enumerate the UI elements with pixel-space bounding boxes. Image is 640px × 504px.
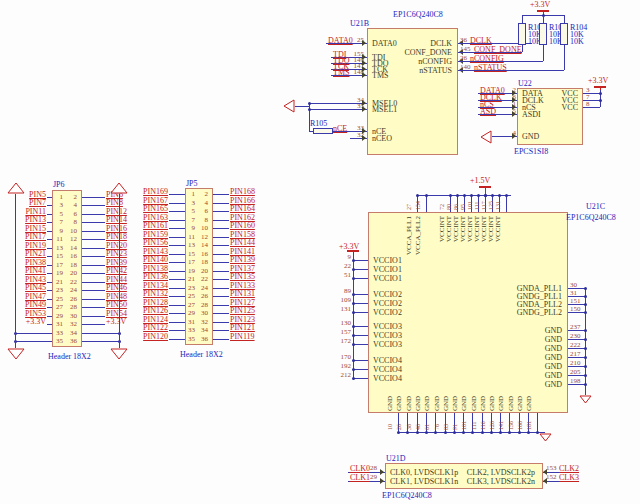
- wire: [426, 195, 427, 212]
- pin-number: 230: [570, 332, 581, 340]
- wire: [82, 307, 105, 308]
- pin-number: 32: [199, 318, 208, 326]
- net-label[interactable]: PIN139: [230, 255, 255, 264]
- pin-number: 29: [186, 309, 195, 317]
- wire: [47, 197, 52, 198]
- wire: [169, 203, 185, 204]
- resistor-R103[interactable]: [539, 23, 547, 45]
- net-label[interactable]: PIN160: [230, 221, 255, 230]
- gnd-arrow-icon: [283, 99, 295, 113]
- net-label[interactable]: TMS: [333, 68, 349, 77]
- wire: [353, 360, 368, 361]
- wire: [82, 231, 105, 232]
- wire: [82, 299, 105, 300]
- net-label[interactable]: PIN140: [134, 255, 168, 264]
- wire: [82, 316, 105, 317]
- wire: [47, 214, 52, 215]
- pin-number: 18: [68, 261, 77, 269]
- net-label[interactable]: PIN17: [13, 232, 46, 241]
- wire: [353, 335, 368, 336]
- pin-number: 61: [424, 424, 432, 430]
- u22-designator: U22: [518, 79, 532, 88]
- resistor-R104[interactable]: [560, 23, 568, 45]
- net-label[interactable]: PIN125: [230, 306, 255, 315]
- net-label[interactable]: PIN50: [106, 300, 127, 309]
- net-label[interactable]: PIN120: [134, 332, 168, 341]
- net-label[interactable]: DCLK: [470, 36, 492, 45]
- net-label[interactable]: CLK3: [559, 473, 579, 482]
- wire: [82, 239, 105, 240]
- pin-number: 30: [199, 309, 208, 317]
- wire: [213, 194, 229, 195]
- pin-name: nCONFIG: [374, 57, 452, 66]
- net-label[interactable]: PIN21: [13, 249, 46, 258]
- pin-number: 17: [186, 258, 195, 266]
- pin-number: 23: [186, 284, 195, 292]
- net-label[interactable]: PIN165: [134, 204, 168, 213]
- net-label[interactable]: ASD: [480, 107, 496, 116]
- wire: [82, 248, 105, 249]
- junction-dot: [481, 431, 484, 434]
- wire: [169, 245, 185, 246]
- pin-number: 141: [498, 421, 506, 430]
- net-label[interactable]: PIN18: [106, 232, 127, 241]
- net-label[interactable]: CONF_DONE: [474, 45, 522, 54]
- net-label[interactable]: PIN8: [106, 198, 123, 207]
- net-label[interactable]: PIN161: [134, 221, 168, 230]
- net-label[interactable]: PIN132: [134, 289, 168, 298]
- net-label[interactable]: PIN164: [230, 204, 255, 213]
- pin-name: GND: [395, 396, 403, 411]
- pin-number: 4: [199, 199, 208, 207]
- net-label[interactable]: nSTATUS: [474, 63, 507, 72]
- net-label[interactable]: PIN46: [106, 283, 127, 292]
- pin-number: 131: [495, 201, 503, 210]
- net-label[interactable]: PIN136: [134, 272, 168, 281]
- net-label[interactable]: CLK1: [350, 473, 370, 482]
- wire: [213, 211, 229, 212]
- junction-dot: [397, 431, 400, 434]
- net-label[interactable]: PIN7: [13, 198, 46, 207]
- net-label[interactable]: PIN45: [13, 283, 46, 292]
- junction-dot: [352, 293, 355, 296]
- net-label[interactable]: PIN135: [230, 272, 255, 281]
- net-label[interactable]: nCE: [333, 124, 347, 133]
- net-label[interactable]: PIN119: [230, 332, 255, 341]
- resistor-R105[interactable]: [313, 128, 333, 134]
- pin-number: 26: [199, 292, 208, 300]
- pin-direction-icon: [380, 478, 384, 484]
- gnd-icon: [539, 433, 552, 442]
- net-label[interactable]: PIN23: [106, 249, 127, 258]
- wire: [169, 313, 185, 314]
- resistor-R102[interactable]: [518, 23, 526, 45]
- pin-name: GND: [482, 344, 562, 353]
- pin-number: 15: [186, 250, 195, 258]
- net-label[interactable]: CLK2: [559, 464, 579, 473]
- net-label[interactable]: PIN49: [13, 300, 46, 309]
- net-label[interactable]: PIN144: [230, 238, 255, 247]
- junction-dot: [352, 302, 355, 305]
- net-label[interactable]: PIN168: [230, 187, 255, 196]
- net-label[interactable]: PIN122: [134, 323, 168, 332]
- net-label[interactable]: PIN131: [230, 289, 255, 298]
- pin-number: 8: [199, 216, 208, 224]
- net-label[interactable]: PIN156: [134, 238, 168, 247]
- wire: [353, 326, 368, 327]
- wire: [47, 248, 52, 249]
- pin-direction-icon: [362, 135, 366, 141]
- net-label[interactable]: PIN14: [106, 215, 127, 224]
- net-label[interactable]: PIN41: [13, 266, 46, 275]
- junction-dot: [477, 194, 480, 197]
- net-label[interactable]: PIN13: [13, 215, 46, 224]
- net-label[interactable]: nCONFIG: [470, 54, 504, 63]
- net-label[interactable]: PIN169: [134, 187, 168, 196]
- net-label[interactable]: CLK0: [350, 464, 370, 473]
- net-label[interactable]: PIN121: [230, 323, 255, 332]
- wire: [353, 369, 368, 370]
- net-label[interactable]: PIN42: [106, 266, 127, 275]
- pin-number: 181: [526, 421, 534, 430]
- net-label[interactable]: PIN126: [134, 306, 168, 315]
- pin-number: 154: [415, 201, 423, 210]
- pin-name: GND: [482, 353, 562, 362]
- power-net-label: +3.3V: [588, 76, 608, 85]
- pin-number: 34: [68, 329, 77, 337]
